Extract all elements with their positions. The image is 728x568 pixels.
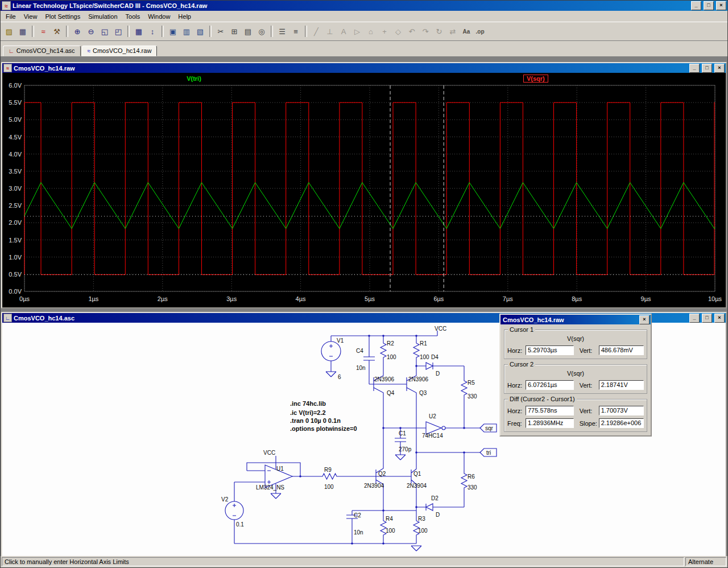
zoom-area-icon[interactable]: ◱ <box>98 25 111 38</box>
app-logo-icon: ≈ <box>2 1 11 10</box>
sch-minimize-button[interactable]: _ <box>689 314 700 323</box>
legend-vsqr[interactable]: V(sqr) <box>523 75 548 83</box>
open-icon[interactable]: ▨ <box>3 25 15 38</box>
x-tick-label: 3µs <box>226 295 237 302</box>
x-tick-label: 9µs <box>641 295 651 302</box>
waveform-window: ≈ CmosVCO_hc14.raw _ □ × 0.0V0.5V1.0V1.5… <box>1 62 727 308</box>
diff-freq-label: Freq: <box>507 420 526 427</box>
export-plot-icon[interactable]: ▧ <box>194 25 206 38</box>
grid-icon[interactable]: ▦ <box>133 25 145 38</box>
tab-waveform[interactable]: ≈ CmosVCO_hc14.raw <box>82 46 158 56</box>
x-tick-label: 8µs <box>572 295 582 302</box>
paste-icon[interactable]: ▤ <box>242 25 254 38</box>
cursor2-group: Cursor 2 V(sqr) Horz: 6.07261µs Vert: 2.… <box>504 364 647 394</box>
drag-icon: ◇ <box>392 25 404 38</box>
maximize-button[interactable]: □ <box>704 1 714 10</box>
component-label: sqr <box>485 425 493 431</box>
toolbar: ▨▦≈⚒⊕⊖◱◰▦↕▣▥▧✂⊞▤◎☰≡╱⊥A▷⌂+◇↶↷↻⇄Aa.op <box>1 22 727 41</box>
diff-caption: Diff (Cursor2 - Cursor1) <box>508 396 577 402</box>
save-icon[interactable]: ▦ <box>16 25 29 38</box>
window-title: Linear Technology LTspice/SwitcherCAD II… <box>13 2 689 9</box>
cursor1-caption: Cursor 1 <box>508 326 535 333</box>
cursor2-horz-value: 6.07261µs <box>526 380 574 390</box>
close-button[interactable]: × <box>716 1 726 10</box>
menu-view[interactable]: View <box>20 12 42 21</box>
component-label: Q2 <box>378 471 386 477</box>
y-tick-label: 6.0V <box>9 82 22 89</box>
minimize-button[interactable]: _ <box>691 1 701 10</box>
print-preview-icon[interactable]: ≡ <box>289 25 302 38</box>
menu-tools[interactable]: Tools <box>122 12 144 21</box>
menu-simulation[interactable]: Simulation <box>84 12 121 21</box>
y-tick-label: 0.5V <box>9 271 22 278</box>
component-label: V1 <box>337 337 344 344</box>
component-label: 6 <box>338 374 341 380</box>
component-label: 10n <box>356 365 366 371</box>
spice-directive: .inc 74hc.lib <box>290 401 326 407</box>
component-label: D <box>436 512 440 518</box>
sch-maximize-button[interactable]: □ <box>702 314 712 323</box>
ltspice-main-window: ≈ Linear Technology LTspice/SwitcherCAD … <box>0 0 728 568</box>
component-label: Q3 <box>419 390 427 396</box>
x-tick-label: 1µs <box>88 295 98 302</box>
copy-metafile-icon[interactable]: ▥ <box>180 25 193 38</box>
ground-icon: ⊥ <box>324 25 336 38</box>
y-tick-label: 4.0V <box>9 151 22 158</box>
print-icon[interactable]: ☰ <box>276 25 288 38</box>
copy-bitmap-icon[interactable]: ▣ <box>167 25 179 38</box>
waveform-plot[interactable]: 0.0V0.5V1.0V1.5V2.0V2.5V3.0V3.5V4.0V4.5V… <box>2 73 726 307</box>
copy-icon[interactable]: ⊞ <box>228 25 241 38</box>
menu-window[interactable]: Window <box>144 12 174 21</box>
cursor-dialog-titlebar: CmosVCO_hc14.raw × <box>500 315 651 324</box>
y-tick-label: 5.0V <box>9 116 22 123</box>
component-label: 330 <box>468 393 477 400</box>
probe-waveform-icon[interactable]: ≈ <box>37 25 49 38</box>
diode-icon: ▷ <box>351 25 363 38</box>
waveform-plot-area[interactable]: 0.0V0.5V1.0V1.5V2.0V2.5V3.0V3.5V4.0V4.5V… <box>2 73 726 307</box>
toolbar-separator <box>162 26 164 37</box>
tab-schematic[interactable]: ∟ CmosVCO_hc14.asc <box>3 46 81 56</box>
component-label: 270p <box>399 446 411 452</box>
spice-directive: .options plotwinsize=0 <box>290 426 357 432</box>
menu-file[interactable]: File <box>2 12 20 21</box>
component-label: R3 <box>418 516 425 522</box>
tab-schematic-label: CmosVCO_hc14.asc <box>16 47 75 54</box>
component-label: 74HC14 <box>422 433 443 439</box>
zoom-out-icon[interactable]: ⊖ <box>85 25 97 38</box>
wave-minimize-button[interactable]: _ <box>689 64 700 73</box>
component-label: R6 <box>468 474 475 480</box>
cursor-dialog-close-button[interactable]: × <box>639 315 650 324</box>
y-tick-label: 1.0V <box>9 254 22 261</box>
autorange-icon[interactable]: ↕ <box>146 25 159 38</box>
legend-vtri[interactable]: V(tri) <box>174 75 214 82</box>
diff-horz-label: Horz: <box>507 408 526 414</box>
wave-maximize-button[interactable]: □ <box>702 64 712 73</box>
sch-close-button[interactable]: × <box>714 314 725 323</box>
zoom-full-icon[interactable]: ◰ <box>112 25 125 38</box>
y-tick-label: 2.0V <box>9 219 22 226</box>
control-panel-icon[interactable]: ⚒ <box>51 25 63 38</box>
component-label: 0.1 <box>236 521 244 528</box>
cut-icon[interactable]: ✂ <box>214 25 227 38</box>
wave-close-button[interactable]: × <box>714 64 725 73</box>
cursor2-vert-label: Vert: <box>580 382 599 389</box>
x-tick-label: 4µs <box>296 295 306 302</box>
op-icon[interactable]: .op <box>474 25 486 38</box>
menu-plot-settings[interactable]: Plot Settings <box>41 12 84 21</box>
text-icon[interactable]: Aa <box>460 25 473 38</box>
zoom-in-icon[interactable]: ⊕ <box>71 25 84 38</box>
find-icon[interactable]: ◎ <box>255 25 268 38</box>
component-label: 2N3906 <box>408 376 428 382</box>
move-icon: + <box>378 25 391 38</box>
component-label: C4 <box>356 348 363 354</box>
mirror-icon: ⇄ <box>446 25 459 38</box>
diff-slope-value: 2.19286e+006 <box>599 418 644 428</box>
component-label: V2 <box>221 496 228 503</box>
waveform-tab-icon: ≈ <box>88 48 91 54</box>
cursor1-vert-value: 486.678mV <box>599 345 644 355</box>
toolbar-separator <box>271 26 273 37</box>
status-mode: Alternate <box>685 557 726 566</box>
menu-help[interactable]: Help <box>174 12 195 21</box>
component-label: 100 <box>386 528 395 534</box>
status-message: Click to manually enter Horizontal Axis … <box>2 557 684 566</box>
